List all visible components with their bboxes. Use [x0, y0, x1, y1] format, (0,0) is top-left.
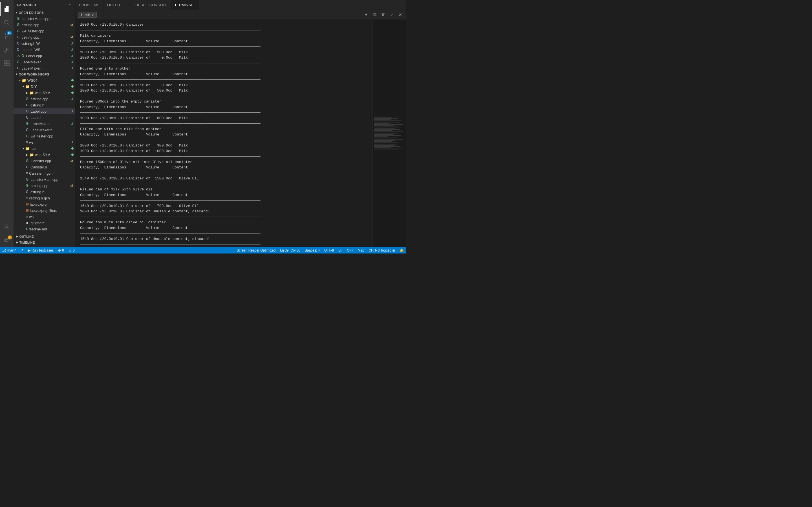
- language-mode-status[interactable]: C++: [345, 247, 356, 253]
- activity-item-account[interactable]: [0, 220, 13, 234]
- folder-name: ws.dSYM: [35, 91, 71, 95]
- sidebar-bottom: ▶ OUTLINE ▶ TIMELINE: [13, 232, 75, 246]
- file-canister-h[interactable]: C· Canister.h: [13, 164, 75, 170]
- sidebar-title: EXPLORER: [17, 3, 36, 6]
- tab-problems[interactable]: PROBLEMS: [75, 0, 104, 10]
- terminal-dropdown[interactable]: 1: zsh ∨: [78, 12, 97, 18]
- file-cstring-h-gch[interactable]: ≡ cstring.h.gch: [13, 195, 75, 201]
- split-terminal-button[interactable]: ⧉: [371, 11, 378, 18]
- open-file-cstring1[interactable]: G· cstring.cpp M: [13, 22, 75, 28]
- file-name: LabelMaker....: [21, 66, 70, 70]
- activity-item-extensions[interactable]: [0, 56, 13, 70]
- activity-item-source-control[interactable]: 16: [0, 29, 13, 43]
- open-file-w4tester[interactable]: G· w4_tester.cpp...: [13, 28, 75, 34]
- folder-ws-dsym-1[interactable]: ▶ 📁 ws.dSYM: [13, 90, 75, 96]
- folder-lab[interactable]: ▾ 📁 lab: [13, 145, 75, 152]
- file-lab-vcxproj-filters[interactable]: ⊞ lab.vcxproj.filters: [13, 207, 75, 214]
- file-untracked-badge: U: [70, 122, 74, 125]
- platform-status[interactable]: Mac: [356, 247, 366, 253]
- file-name: Label.h: [31, 115, 75, 120]
- notifications-status[interactable]: 🔔: [397, 247, 406, 253]
- outline-section[interactable]: ▶ OUTLINE: [13, 233, 75, 239]
- run-testcases-status[interactable]: ▶ Run Testcases: [26, 247, 56, 253]
- file-name: Canister.h.gch: [29, 171, 75, 175]
- folder-ws04[interactable]: ▾ 📁 WS04: [13, 77, 75, 83]
- open-file-labelcpp[interactable]: ✕ G· Label.cpp... U: [13, 53, 75, 59]
- run-label: Run Testcases: [32, 248, 54, 252]
- sidebar-more-button[interactable]: ···: [67, 2, 72, 7]
- activity-item-search[interactable]: [0, 16, 13, 29]
- file-ws-diy[interactable]: ≡ ws U: [13, 139, 75, 145]
- close-tab-icon[interactable]: ✕: [17, 54, 20, 58]
- new-terminal-button[interactable]: +: [363, 11, 370, 18]
- folder-arrow: ▶: [26, 91, 28, 94]
- minimap-preview: [372, 20, 406, 247]
- screen-reader-status[interactable]: Screen Reader Optimized: [234, 247, 278, 253]
- file-lab-vcxproj[interactable]: ⊞ lab.vcxproj: [13, 201, 75, 207]
- open-file-cstringh[interactable]: C· cstring.h W... U: [13, 40, 75, 47]
- file-readme[interactable]: ℹ readme.md: [13, 226, 75, 232]
- folder-name: lab: [31, 147, 71, 151]
- folder-ws-dsym-2[interactable]: ▶ 📁 ws.dSYM: [13, 152, 75, 158]
- open-editors-section[interactable]: ▾ OPEN EDITORS: [13, 10, 75, 15]
- file-gitignore[interactable]: ◆ .gitignore: [13, 220, 75, 226]
- file-label-cpp-diy[interactable]: G· Label.cpp U: [13, 108, 75, 114]
- app-layout: 16 1: [0, 0, 406, 247]
- file-cstring-cpp-lab[interactable]: G· cstring.cpp M: [13, 182, 75, 189]
- file-labelmaker-cpp[interactable]: G· LabelMaker.... U: [13, 121, 75, 127]
- activity-item-settings[interactable]: 1: [0, 234, 13, 247]
- open-file-labelmaker2[interactable]: C· LabelMaker.... U: [13, 65, 75, 71]
- file-name: Label.cpp...: [26, 54, 70, 58]
- file-modified-badge: M: [69, 184, 74, 187]
- tab-debug-console[interactable]: DEBUG CONSOLE: [132, 0, 171, 10]
- sidebar: EXPLORER ··· ▾ OPEN EDITORS G· canisterM…: [13, 0, 75, 247]
- oop-workshops-section[interactable]: ▾ OOP-WORKSHOPS: [13, 71, 75, 77]
- cf-status[interactable]: CF: Not logged in: [366, 247, 397, 253]
- file-cstring-cpp-diy[interactable]: G· cstring.cpp U: [13, 96, 75, 102]
- open-file-canistermain[interactable]: G· canisterMain.cpp...: [13, 15, 75, 22]
- activity-item-run[interactable]: [0, 43, 13, 56]
- file-type-icon: C·: [17, 41, 20, 45]
- cf-label: CF: Not logged in: [369, 248, 395, 252]
- file-name: Label.h WS...: [21, 48, 70, 52]
- file-ws-lab[interactable]: ≡ ws: [13, 214, 75, 220]
- folder-diy[interactable]: ▾ 📁 DIY: [13, 83, 75, 90]
- collapse-panel-button[interactable]: ∨: [388, 11, 395, 18]
- file-type-icon: C·: [17, 66, 20, 70]
- status-bar-left: ⎇ main* ↺ ▶ Run Testcases ⊘ 0 ⚠ 0: [0, 247, 77, 253]
- git-branch-status[interactable]: ⎇ main*: [0, 247, 18, 253]
- file-canister-h-gch[interactable]: ≡ Canister.h.gch: [13, 170, 75, 176]
- tab-terminal[interactable]: TERMINAL: [171, 0, 199, 10]
- file-name: cstring.h: [31, 190, 75, 194]
- file-w4tester-diy[interactable]: G· w4_tester.cpp: [13, 133, 75, 139]
- file-name: LabelMaker....: [31, 122, 70, 126]
- terminal-output[interactable]: 1000.0cc (13.0x10.0) Canister ──────────…: [75, 20, 372, 247]
- file-untracked-badge: U: [70, 60, 74, 64]
- errors-status[interactable]: ⊘ 0: [56, 247, 66, 253]
- file-canistermain-cpp[interactable]: G· canisterMain.cpp: [13, 176, 75, 182]
- close-panel-button[interactable]: ✕: [396, 11, 404, 18]
- cursor-position-status[interactable]: Ln 39, Col 30: [278, 247, 302, 253]
- git-branch-icon: ⎇: [2, 248, 6, 252]
- file-canister-cpp[interactable]: G· Canister.cpp M: [13, 158, 75, 164]
- open-file-cstring2[interactable]: G· cstring.cpp... M: [13, 34, 75, 40]
- file-type-icon: ◆: [26, 221, 29, 225]
- error-icon: ⊘: [58, 248, 61, 252]
- indentation-status[interactable]: Spaces: 4: [303, 247, 322, 253]
- tab-output[interactable]: OUTPUT: [104, 0, 132, 10]
- file-cstring-h-diy[interactable]: C· cstring.h: [13, 102, 75, 108]
- line-ending-status[interactable]: LF: [336, 247, 345, 253]
- file-label-h-diy[interactable]: C· Label.h: [13, 114, 75, 121]
- encoding-status[interactable]: UTF-8: [322, 247, 336, 253]
- sync-status[interactable]: ↺: [18, 247, 26, 253]
- svg-point-0: [4, 51, 6, 52]
- timeline-section[interactable]: ▶ TIMELINE: [13, 239, 75, 245]
- warnings-status[interactable]: ⚠ 0: [66, 247, 77, 253]
- open-file-labelmaker1[interactable]: G· LabelMaker.... U: [13, 59, 75, 65]
- kill-terminal-button[interactable]: 🗑: [379, 11, 387, 18]
- file-labelmaker-h[interactable]: C· LabelMaker.h: [13, 127, 75, 133]
- file-cstring-h-lab[interactable]: C· cstring.h: [13, 189, 75, 195]
- file-type-icon: ≡: [26, 215, 28, 219]
- open-file-labelh[interactable]: C· Label.h WS... U: [13, 47, 75, 53]
- activity-item-explorer[interactable]: [0, 2, 13, 16]
